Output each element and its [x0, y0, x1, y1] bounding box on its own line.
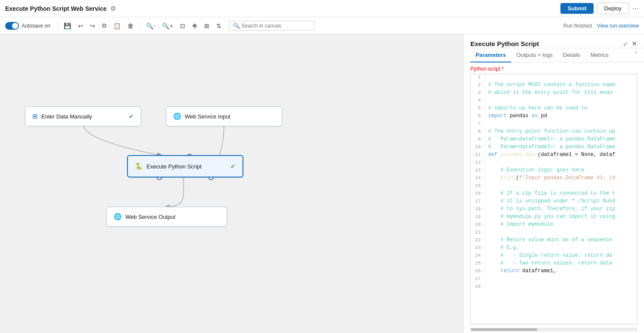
side-panel: Execute Python Script ⤢ ✕ Parameters Out…	[463, 34, 644, 333]
gear-icon[interactable]: ⚙	[110, 5, 116, 12]
table-icon: ⊞	[32, 112, 38, 120]
top-bar: Execute Python Script Web Service ⚙ Subm…	[0, 0, 644, 17]
toolbar: Autosave on 💾 ↩ ↪ ⧉ 📋 🗑 🔍- 🔍+ ⊡ ✥ ⊞ ⇅ 🔍 …	[0, 17, 644, 34]
required-marker: *	[500, 66, 504, 72]
node-execute-python-check: ✔	[230, 163, 236, 170]
tab-outputs-logs[interactable]: Outputs + logs	[511, 48, 558, 62]
code-line: 7	[471, 121, 637, 128]
node-enter-data-check: ✔	[129, 113, 134, 120]
top-bar-left: Execute Python Script Web Service ⚙	[5, 5, 116, 12]
grid-button[interactable]: ⊞	[202, 21, 212, 31]
code-scrollbar-thumb[interactable]	[471, 328, 537, 331]
code-line: 14 print(f'Input pandas.DataFrame #1: {d	[471, 175, 637, 183]
more-options-icon[interactable]: ···	[632, 4, 639, 13]
node-execute-python[interactable]: 🐍 Execute Python Script ✔	[127, 155, 243, 177]
search-box: 🔍	[229, 21, 314, 31]
code-line: 2# The script MUST contain a function na…	[471, 82, 637, 90]
code-line: 19 # mymodule.py you can import it using	[471, 214, 637, 221]
code-line: 27	[471, 276, 637, 283]
submit-button[interactable]: Submit	[560, 3, 593, 14]
code-line: 1	[471, 74, 637, 82]
panel-title: Execute Python Script	[470, 40, 623, 47]
code-line: 11def azureml_main(dataframe1 = None, da…	[471, 152, 637, 159]
connections-svg	[0, 34, 463, 333]
code-line: 24 # - Single return value: return da	[471, 252, 637, 260]
code-editor[interactable]: 12# The script MUST contain a function n…	[470, 74, 637, 324]
code-line: 13 # Execution logic goes here	[471, 167, 637, 175]
zoom-out-button[interactable]: 🔍-	[143, 21, 158, 31]
python-icon: 🐍	[135, 162, 143, 170]
python-script-label: Python script *	[464, 62, 644, 74]
code-line: 21	[471, 229, 637, 237]
tab-details[interactable]: Details	[558, 48, 585, 62]
node-enter-data-label: Enter Data Manually	[41, 113, 92, 120]
code-line: 26 return dataframe1,	[471, 268, 637, 276]
code-line: 3# which is the entry point for this mod…	[471, 90, 637, 97]
save-button[interactable]: 💾	[61, 21, 74, 31]
panel-content: Python script * 12# The script MUST cont…	[464, 62, 644, 333]
toolbar-divider-1	[57, 22, 58, 30]
paste-button[interactable]: 📋	[111, 21, 123, 31]
code-line: 20 # import mymodule	[471, 221, 637, 229]
node-web-service-input[interactable]: 🌐 Web Service Input	[166, 106, 282, 126]
search-icon: 🔍	[233, 22, 240, 29]
code-line: 23 # E.g.	[471, 245, 637, 252]
toolbar-divider-2	[140, 22, 140, 30]
code-line: 16 # If a zip file is connected to the t	[471, 190, 637, 198]
tab-parameters[interactable]: Parameters	[470, 48, 511, 62]
panel-close-icon[interactable]: ✕	[632, 40, 637, 48]
panel-icons: ⤢ ✕	[623, 40, 637, 48]
tab-metrics[interactable]: Metrics	[585, 48, 614, 62]
app-title: Execute Python Script Web Service	[5, 5, 107, 12]
panel-tabs: Parameters Outputs + logs Details Metric…	[464, 48, 644, 62]
fit-view-button[interactable]: ⊡	[177, 21, 188, 31]
node-web-service-output-label: Web Service Output	[125, 214, 175, 220]
code-line: 9# Param<dataframe1>: a pandas.DataFrame	[471, 136, 637, 144]
code-line: 18 # to sys.path. Therefore, if your zip	[471, 206, 637, 214]
code-line: 12	[471, 159, 637, 167]
panel-header: Execute Python Script ⤢ ✕	[464, 34, 644, 48]
node-execute-python-label: Execute Python Script	[146, 163, 202, 170]
panel-nav-icon[interactable]: ›	[635, 48, 637, 62]
deploy-button[interactable]: Deploy	[597, 3, 629, 14]
code-line: 4	[471, 97, 637, 105]
undo-button[interactable]: ↩	[75, 21, 86, 31]
code-line: 5# imports up here can be used to	[471, 105, 637, 113]
code-line: 28	[471, 283, 637, 291]
main-area: ⊞ Enter Data Manually ✔ 🌐 Web Service In…	[0, 34, 644, 333]
copy-button[interactable]: ⧉	[100, 20, 109, 31]
code-line: 15	[471, 183, 637, 190]
layout-button[interactable]: ⇅	[214, 21, 224, 31]
node-enter-data[interactable]: ⊞ Enter Data Manually ✔	[25, 106, 141, 126]
code-line: 17 # it is unzipped under "./Script Bund	[471, 198, 637, 206]
code-line: 6import pandas as pd	[471, 113, 637, 121]
redo-button[interactable]: ↪	[87, 21, 98, 31]
globe-icon-input: 🌐	[173, 112, 181, 120]
code-line: 8# The entry point function can contain …	[471, 128, 637, 136]
hand-tool-button[interactable]: ✥	[190, 21, 200, 31]
autosave-toggle[interactable]: Autosave on	[5, 22, 50, 30]
globe-icon-output: 🌐	[114, 213, 122, 221]
autosave-toggle-switch[interactable]	[5, 22, 19, 30]
node-web-service-output[interactable]: 🌐 Web Service Output	[106, 207, 227, 227]
view-run-link[interactable]: View run overview	[597, 23, 639, 29]
autosave-label: Autosave on	[22, 23, 50, 29]
search-input[interactable]	[242, 23, 311, 29]
code-line: 22 # Return value must be of a sequence	[471, 237, 637, 245]
zoom-in-button[interactable]: 🔍+	[159, 21, 175, 31]
top-bar-right: Submit Deploy ···	[560, 3, 639, 14]
code-line: 10# Param<dataframe2>: a pandas.DataFram…	[471, 144, 637, 152]
code-line: 25 # - Two return values: return data	[471, 260, 637, 268]
canvas[interactable]: ⊞ Enter Data Manually ✔ 🌐 Web Service In…	[0, 34, 463, 333]
node-web-service-input-label: Web Service Input	[185, 113, 230, 120]
delete-button[interactable]: 🗑	[125, 21, 136, 31]
code-scrollbar[interactable]	[470, 328, 637, 331]
run-status: Run finished	[563, 23, 592, 29]
panel-expand-icon[interactable]: ⤢	[623, 40, 628, 47]
